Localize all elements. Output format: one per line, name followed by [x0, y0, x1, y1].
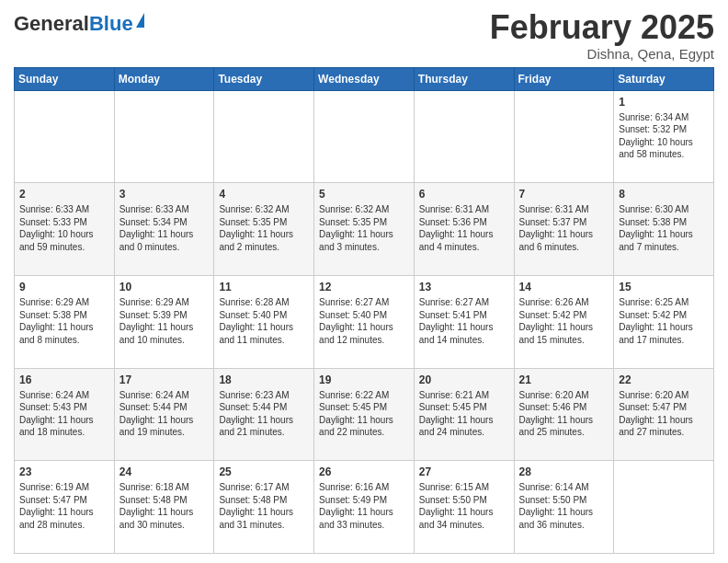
day-number: 7 [519, 187, 609, 201]
day-cell: 14Sunrise: 6:26 AM Sunset: 5:42 PM Dayli… [514, 275, 614, 368]
day-info: Sunrise: 6:14 AM Sunset: 5:50 PM Dayligh… [519, 481, 609, 531]
day-header-saturday: Saturday [614, 67, 714, 90]
day-info: Sunrise: 6:22 AM Sunset: 5:45 PM Dayligh… [319, 389, 409, 439]
title-block: February 2025 Dishna, Qena, Egypt [490, 9, 714, 62]
location: Dishna, Qena, Egypt [490, 46, 714, 62]
day-number: 10 [119, 280, 210, 294]
day-header-thursday: Thursday [414, 67, 514, 90]
day-number: 20 [419, 373, 509, 387]
week-row-4: 16Sunrise: 6:24 AM Sunset: 5:43 PM Dayli… [15, 368, 714, 461]
day-number: 4 [219, 187, 309, 201]
day-cell: 12Sunrise: 6:27 AM Sunset: 5:40 PM Dayli… [314, 275, 415, 368]
day-info: Sunrise: 6:23 AM Sunset: 5:44 PM Dayligh… [219, 389, 309, 439]
day-info: Sunrise: 6:34 AM Sunset: 5:32 PM Dayligh… [619, 111, 709, 161]
day-info: Sunrise: 6:31 AM Sunset: 5:37 PM Dayligh… [519, 203, 609, 253]
day-cell [214, 90, 314, 183]
day-cell: 22Sunrise: 6:20 AM Sunset: 5:47 PM Dayli… [614, 368, 714, 461]
day-cell: 3Sunrise: 6:33 AM Sunset: 5:34 PM Daylig… [114, 183, 214, 276]
day-number: 23 [19, 465, 109, 479]
day-info: Sunrise: 6:24 AM Sunset: 5:43 PM Dayligh… [19, 389, 109, 439]
day-info: Sunrise: 6:29 AM Sunset: 5:39 PM Dayligh… [119, 296, 210, 346]
day-cell: 27Sunrise: 6:15 AM Sunset: 5:50 PM Dayli… [414, 461, 514, 554]
day-number: 12 [319, 280, 409, 294]
page: GeneralBlue February 2025 Dishna, Qena, … [0, 0, 728, 563]
day-cell: 6Sunrise: 6:31 AM Sunset: 5:36 PM Daylig… [414, 183, 514, 276]
day-cell [414, 90, 514, 183]
day-number: 9 [19, 280, 109, 294]
day-cell: 7Sunrise: 6:31 AM Sunset: 5:37 PM Daylig… [514, 183, 614, 276]
day-info: Sunrise: 6:21 AM Sunset: 5:45 PM Dayligh… [419, 389, 509, 439]
day-info: Sunrise: 6:27 AM Sunset: 5:40 PM Dayligh… [319, 296, 409, 346]
day-cell: 13Sunrise: 6:27 AM Sunset: 5:41 PM Dayli… [414, 275, 514, 368]
day-cell: 16Sunrise: 6:24 AM Sunset: 5:43 PM Dayli… [15, 368, 115, 461]
day-cell [15, 90, 115, 183]
day-cell: 19Sunrise: 6:22 AM Sunset: 5:45 PM Dayli… [314, 368, 415, 461]
day-cell: 28Sunrise: 6:14 AM Sunset: 5:50 PM Dayli… [514, 461, 614, 554]
day-number: 22 [619, 373, 709, 387]
day-cell: 10Sunrise: 6:29 AM Sunset: 5:39 PM Dayli… [114, 275, 214, 368]
day-info: Sunrise: 6:20 AM Sunset: 5:47 PM Dayligh… [619, 389, 709, 439]
day-info: Sunrise: 6:19 AM Sunset: 5:47 PM Dayligh… [19, 481, 109, 531]
day-info: Sunrise: 6:15 AM Sunset: 5:50 PM Dayligh… [419, 481, 509, 531]
week-row-5: 23Sunrise: 6:19 AM Sunset: 5:47 PM Dayli… [15, 461, 714, 554]
calendar-header-row: SundayMondayTuesdayWednesdayThursdayFrid… [15, 67, 714, 90]
day-header-wednesday: Wednesday [314, 67, 415, 90]
day-info: Sunrise: 6:16 AM Sunset: 5:49 PM Dayligh… [319, 481, 409, 531]
day-cell: 24Sunrise: 6:18 AM Sunset: 5:48 PM Dayli… [114, 461, 214, 554]
month-title: February 2025 [490, 9, 714, 46]
day-number: 15 [619, 280, 709, 294]
logo-general: GeneralBlue [14, 13, 133, 35]
day-cell: 11Sunrise: 6:28 AM Sunset: 5:40 PM Dayli… [214, 275, 314, 368]
day-number: 28 [519, 465, 609, 479]
day-info: Sunrise: 6:26 AM Sunset: 5:42 PM Dayligh… [519, 296, 609, 346]
day-number: 25 [219, 465, 309, 479]
day-number: 26 [319, 465, 409, 479]
day-info: Sunrise: 6:20 AM Sunset: 5:46 PM Dayligh… [519, 389, 609, 439]
day-cell: 26Sunrise: 6:16 AM Sunset: 5:49 PM Dayli… [314, 461, 415, 554]
day-cell: 18Sunrise: 6:23 AM Sunset: 5:44 PM Dayli… [214, 368, 314, 461]
day-number: 8 [619, 187, 709, 201]
day-info: Sunrise: 6:28 AM Sunset: 5:40 PM Dayligh… [219, 296, 309, 346]
day-number: 16 [19, 373, 109, 387]
day-number: 18 [219, 373, 309, 387]
day-cell: 1Sunrise: 6:34 AM Sunset: 5:32 PM Daylig… [614, 90, 714, 183]
day-number: 24 [119, 465, 210, 479]
day-cell: 21Sunrise: 6:20 AM Sunset: 5:46 PM Dayli… [514, 368, 614, 461]
day-number: 11 [219, 280, 309, 294]
day-number: 17 [119, 373, 210, 387]
day-info: Sunrise: 6:29 AM Sunset: 5:38 PM Dayligh… [19, 296, 109, 346]
day-cell [514, 90, 614, 183]
day-info: Sunrise: 6:17 AM Sunset: 5:48 PM Dayligh… [219, 481, 309, 531]
day-number: 6 [419, 187, 509, 201]
day-cell [614, 461, 714, 554]
day-info: Sunrise: 6:33 AM Sunset: 5:34 PM Dayligh… [119, 203, 210, 253]
day-number: 27 [419, 465, 509, 479]
day-cell: 25Sunrise: 6:17 AM Sunset: 5:48 PM Dayli… [214, 461, 314, 554]
day-cell: 4Sunrise: 6:32 AM Sunset: 5:35 PM Daylig… [214, 183, 314, 276]
day-number: 2 [19, 187, 109, 201]
day-number: 1 [619, 95, 709, 109]
header: GeneralBlue February 2025 Dishna, Qena, … [14, 9, 714, 62]
day-cell: 20Sunrise: 6:21 AM Sunset: 5:45 PM Dayli… [414, 368, 514, 461]
day-info: Sunrise: 6:32 AM Sunset: 5:35 PM Dayligh… [319, 203, 409, 253]
day-info: Sunrise: 6:30 AM Sunset: 5:38 PM Dayligh… [619, 203, 709, 253]
logo: GeneralBlue [14, 13, 144, 35]
day-cell: 17Sunrise: 6:24 AM Sunset: 5:44 PM Dayli… [114, 368, 214, 461]
day-info: Sunrise: 6:31 AM Sunset: 5:36 PM Dayligh… [419, 203, 509, 253]
week-row-3: 9Sunrise: 6:29 AM Sunset: 5:38 PM Daylig… [15, 275, 714, 368]
day-header-sunday: Sunday [15, 67, 115, 90]
day-header-tuesday: Tuesday [214, 67, 314, 90]
day-cell: 5Sunrise: 6:32 AM Sunset: 5:35 PM Daylig… [314, 183, 415, 276]
day-info: Sunrise: 6:18 AM Sunset: 5:48 PM Dayligh… [119, 481, 210, 531]
day-cell: 23Sunrise: 6:19 AM Sunset: 5:47 PM Dayli… [15, 461, 115, 554]
day-header-friday: Friday [514, 67, 614, 90]
day-info: Sunrise: 6:33 AM Sunset: 5:33 PM Dayligh… [19, 203, 109, 253]
day-cell: 8Sunrise: 6:30 AM Sunset: 5:38 PM Daylig… [614, 183, 714, 276]
day-number: 19 [319, 373, 409, 387]
day-info: Sunrise: 6:27 AM Sunset: 5:41 PM Dayligh… [419, 296, 509, 346]
day-header-monday: Monday [114, 67, 214, 90]
day-cell: 2Sunrise: 6:33 AM Sunset: 5:33 PM Daylig… [15, 183, 115, 276]
day-number: 13 [419, 280, 509, 294]
day-number: 5 [319, 187, 409, 201]
calendar-table: SundayMondayTuesdayWednesdayThursdayFrid… [14, 67, 714, 554]
